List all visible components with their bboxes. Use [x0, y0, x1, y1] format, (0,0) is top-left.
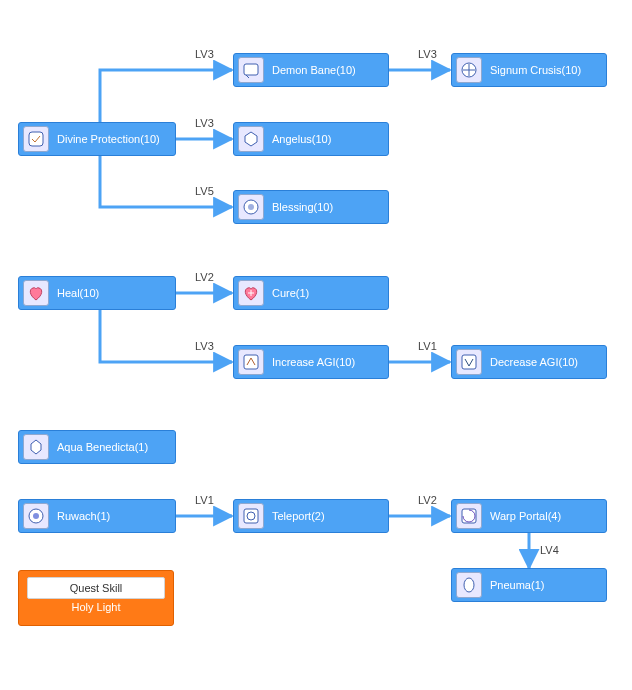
svg-rect-2 — [29, 132, 43, 146]
pneuma-icon — [456, 572, 482, 598]
skill-warp-portal[interactable]: Warp Portal(4) — [451, 499, 607, 533]
skill-label: Teleport(2) — [272, 510, 325, 522]
svg-point-8 — [33, 513, 39, 519]
skill-label: Pneuma(1) — [490, 579, 544, 591]
skill-label: Blessing(10) — [272, 201, 333, 213]
skill-heal[interactable]: Heal(10) — [18, 276, 176, 310]
skill-blessing[interactable]: Blessing(10) — [233, 190, 389, 224]
edge-label-dp-blessing: LV5 — [195, 185, 214, 197]
skill-teleport[interactable]: Teleport(2) — [233, 499, 389, 533]
svg-rect-0 — [244, 64, 258, 75]
aqua-benedicta-icon — [23, 434, 49, 460]
skill-pneuma[interactable]: Pneuma(1) — [451, 568, 607, 602]
skill-ruwach[interactable]: Ruwach(1) — [18, 499, 176, 533]
skill-label: Increase AGI(10) — [272, 356, 355, 368]
skill-label: Heal(10) — [57, 287, 99, 299]
quest-skill-header: Quest Skill — [27, 577, 165, 599]
edge-label-inc-dec: LV1 — [418, 340, 437, 352]
edge-label-dp-demon: LV3 — [195, 48, 214, 60]
blessing-icon — [238, 194, 264, 220]
skill-decrease-agi[interactable]: Decrease AGI(10) — [451, 345, 607, 379]
skill-label: Warp Portal(4) — [490, 510, 561, 522]
edge-label-ruwach-tele: LV1 — [195, 494, 214, 506]
warp-portal-icon — [456, 503, 482, 529]
teleport-icon — [238, 503, 264, 529]
skill-aqua-benedicta[interactable]: Aqua Benedicta(1) — [18, 430, 176, 464]
skill-demon-bane[interactable]: Demon Bane(10) — [233, 53, 389, 87]
ruwach-icon — [23, 503, 49, 529]
edge-label-heal-cure: LV2 — [195, 271, 214, 283]
edge-label-demon-sign: LV3 — [418, 48, 437, 60]
quest-skill-label: Holy Light — [19, 601, 173, 613]
skill-label: Demon Bane(10) — [272, 64, 356, 76]
svg-point-12 — [464, 578, 474, 592]
cure-icon — [238, 280, 264, 306]
skill-divine-protection[interactable]: Divine Protection(10) — [18, 122, 176, 156]
svg-rect-9 — [244, 509, 258, 523]
demon-bane-icon — [238, 57, 264, 83]
skill-label: Decrease AGI(10) — [490, 356, 578, 368]
svg-rect-11 — [462, 509, 476, 523]
skill-label: Cure(1) — [272, 287, 309, 299]
skill-signum-crucis[interactable]: Signum Crusis(10) — [451, 53, 607, 87]
increase-agi-icon — [238, 349, 264, 375]
signum-crucis-icon — [456, 57, 482, 83]
skill-increase-agi[interactable]: Increase AGI(10) — [233, 345, 389, 379]
skill-label: Ruwach(1) — [57, 510, 110, 522]
angelus-icon — [238, 126, 264, 152]
edge-label-tele-warp: LV2 — [418, 494, 437, 506]
decrease-agi-icon — [456, 349, 482, 375]
skill-angelus[interactable]: Angelus(10) — [233, 122, 389, 156]
skill-label: Aqua Benedicta(1) — [57, 441, 148, 453]
skill-cure[interactable]: Cure(1) — [233, 276, 389, 310]
svg-point-4 — [248, 204, 254, 210]
skill-label: Divine Protection(10) — [57, 133, 160, 145]
edge-label-warp-pneuma: LV4 — [540, 544, 559, 556]
skill-label: Angelus(10) — [272, 133, 331, 145]
quest-skill-box[interactable]: Quest Skill Holy Light — [18, 570, 174, 626]
skill-label: Signum Crusis(10) — [490, 64, 581, 76]
heal-icon — [23, 280, 49, 306]
edge-label-dp-angelus: LV3 — [195, 117, 214, 129]
edge-label-heal-incagi: LV3 — [195, 340, 214, 352]
divine-protection-icon — [23, 126, 49, 152]
